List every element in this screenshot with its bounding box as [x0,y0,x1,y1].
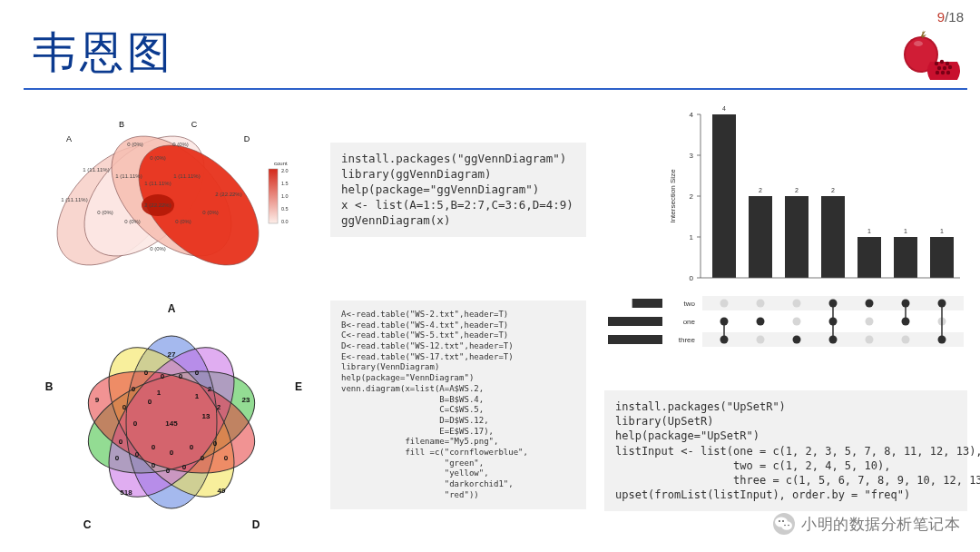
svg-point-137 [793,336,801,344]
svg-text:0
(0%): 0 (0%) [202,210,219,215]
svg-text:0: 0 [133,419,138,428]
svg-text:3: 3 [690,152,694,160]
svg-text:1: 1 [940,228,944,234]
svg-text:0: 0 [201,454,205,462]
svg-point-155 [788,525,789,527]
svg-text:4: 4 [722,105,726,112]
svg-text:1: 1 [195,392,200,400]
svg-text:2
(22.22%): 2 (22.22%) [215,192,241,197]
svg-rect-148 [608,335,662,344]
svg-text:three: three [679,336,696,344]
svg-text:145: 145 [165,419,178,428]
svg-text:B: B [45,380,54,393]
svg-text:2: 2 [795,187,799,193]
svg-point-8 [936,71,939,74]
svg-text:0.5: 0.5 [281,206,289,212]
svg-text:27: 27 [168,350,176,359]
svg-text:0.0: 0.0 [281,219,289,224]
svg-text:1: 1 [904,228,907,234]
svg-text:518: 518 [120,488,132,497]
svg-text:Intersection Size: Intersection Size [669,169,677,223]
svg-text:C: C [191,120,198,129]
svg-text:0
(0%): 0 (0%) [150,155,166,161]
svg-text:13: 13 [202,412,211,420]
svg-point-6 [943,66,946,70]
svg-text:one: one [683,318,696,326]
svg-text:0: 0 [690,274,694,282]
svg-text:2
(22.22%): 2 (22.22%) [144,202,171,208]
svg-text:1.5: 1.5 [281,181,289,186]
svg-point-2 [935,62,938,65]
svg-text:49: 49 [218,487,226,495]
page-current: 9 [937,9,945,25]
svg-rect-37 [269,169,278,223]
svg-text:0: 0 [166,467,171,475]
svg-text:2: 2 [690,192,694,201]
svg-text:0: 0 [119,438,123,446]
svg-point-7 [948,65,952,69]
svg-text:0: 0 [224,454,229,462]
title-divider [24,88,967,90]
svg-point-153 [782,520,784,522]
svg-point-127 [757,318,765,326]
svg-text:0: 0 [190,443,194,451]
svg-text:0: 0 [152,443,156,451]
svg-text:1: 1 [867,228,871,234]
code-upsetr: install.packages("UpSetR") library(UpSet… [604,390,967,511]
svg-point-11 [914,41,923,46]
svg-text:0: 0 [213,439,218,448]
svg-text:count: count [274,161,288,166]
svg-text:1
(11.11%): 1 (11.11%) [83,167,109,172]
svg-text:0: 0 [152,461,156,469]
svg-text:9: 9 [95,396,100,404]
svg-text:0
(0%): 0 (0%) [97,210,113,215]
svg-text:1
(11.11%): 1 (11.11%) [115,173,142,179]
svg-rect-113 [930,237,954,278]
svg-text:E: E [295,380,302,393]
svg-text:0
(0%): 0 (0%) [127,142,143,147]
svg-point-130 [866,318,874,326]
code-venndiagram: A<-read.table("WS-2.txt",header=T) B<-re… [330,301,586,509]
svg-point-151 [781,521,792,530]
svg-text:A: A [66,134,72,143]
svg-text:D: D [244,134,250,143]
svg-point-9 [941,71,945,74]
svg-point-128 [793,318,801,326]
svg-point-118 [720,300,729,308]
svg-text:2: 2 [208,385,212,393]
page-total: 18 [948,9,964,25]
svg-point-154 [784,525,786,527]
svg-rect-111 [894,237,917,278]
svg-point-152 [779,520,780,522]
svg-point-3 [940,60,944,64]
svg-text:0: 0 [148,398,152,406]
watermark-text: 小明的数据分析笔记本 [801,514,960,535]
svg-point-5 [937,66,941,70]
svg-text:B: B [119,120,124,129]
venn-4set-chart: A B C D 0 (0%) 0 (0%) 0 (0%) 1 (11.11%) … [22,105,303,287]
svg-text:0: 0 [179,372,183,380]
svg-text:2: 2 [217,403,221,411]
svg-text:0
(0%): 0 (0%) [150,246,166,251]
svg-text:0
(0%): 0 (0%) [175,219,191,224]
svg-text:0: 0 [135,450,140,458]
svg-text:0
(0%): 0 (0%) [124,219,141,224]
svg-rect-109 [858,237,881,278]
svg-point-136 [757,336,765,344]
svg-rect-101 [712,114,736,278]
wechat-icon [772,512,796,536]
svg-rect-147 [608,317,662,326]
svg-text:C: C [83,518,92,531]
slide-title: 韦恩图 [33,24,174,82]
pomegranate-icon [898,25,962,80]
svg-text:D: D [252,518,260,531]
svg-text:1
(11.11%): 1 (11.11%) [61,197,87,202]
svg-rect-146 [632,299,662,308]
svg-point-4 [946,62,949,65]
svg-text:0: 0 [170,448,174,457]
watermark: 小明的数据分析笔记本 [772,512,960,536]
svg-text:A: A [168,302,176,315]
svg-point-10 [946,71,950,74]
svg-text:4: 4 [690,111,694,119]
svg-point-122 [866,300,874,308]
